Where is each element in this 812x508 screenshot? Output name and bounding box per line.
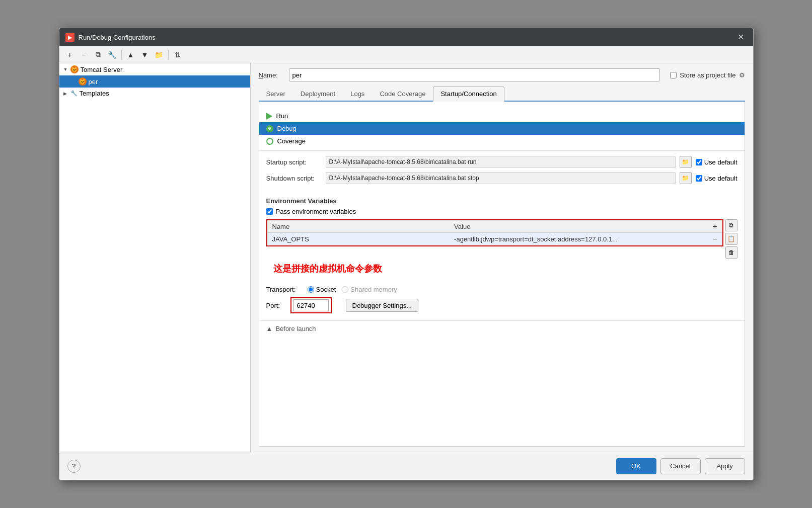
templates-label: Templates (80, 90, 109, 97)
startup-script-label: Startup script: (266, 158, 322, 166)
move-up-button[interactable]: ▲ (124, 48, 137, 61)
shared-memory-label: Shared memory (350, 286, 397, 293)
startup-use-default-label: Use default (704, 158, 737, 166)
mode-run-label: Run (276, 112, 288, 120)
tab-code-coverage[interactable]: Code Coverage (372, 87, 433, 101)
pass-env-label: Pass environment variables (276, 208, 356, 215)
debug-icon: ⚙ (266, 125, 273, 132)
mode-run[interactable]: Run (259, 110, 745, 122)
separator-1 (121, 50, 122, 60)
cancel-button[interactable]: Cancel (660, 458, 701, 474)
app-icon: ▶ (65, 33, 75, 42)
tab-logs[interactable]: Logs (343, 87, 372, 101)
shared-memory-radio[interactable] (342, 286, 348, 293)
before-launch-section[interactable]: ▲ Before launch (259, 320, 745, 336)
env-row-name: JAVA_OPTS (267, 233, 450, 245)
separator-2 (168, 50, 169, 60)
shutdown-use-default-checkbox[interactable] (696, 175, 702, 182)
settings-button[interactable]: 🔧 (106, 48, 119, 61)
name-input[interactable] (289, 68, 660, 81)
env-copy-button[interactable]: ⧉ (725, 219, 737, 231)
bottom-actions: OK Cancel Apply (616, 458, 745, 474)
dialog-title: Run/Debug Configurations (79, 34, 156, 41)
close-button[interactable]: ✕ (734, 32, 747, 42)
ok-button[interactable]: OK (616, 458, 656, 474)
help-button[interactable]: ? (67, 460, 81, 473)
tree-per-item[interactable]: 🐱 per (59, 75, 250, 88)
transport-section: Transport: Socket Shared memory Port: (259, 283, 745, 320)
chinese-annotation: 这是拼接的虚拟机命令参数 (266, 259, 737, 279)
toolbar: + − ⧉ 🔧 ▲ ▼ 📁 ⇅ (59, 46, 753, 63)
sidebar: ▼ 🐱 Tomcat Server 🐱 per ▶ 🔧 Templates (59, 63, 251, 452)
env-section: Environment Variables Pass environment v… (259, 193, 745, 283)
before-launch-label: Before launch (275, 325, 316, 332)
tomcat-icon: 🐱 (70, 65, 79, 73)
socket-radio[interactable] (308, 286, 314, 293)
env-table: Name Value + JAVA_OPTS (267, 220, 722, 245)
shutdown-use-default-label: Use default (704, 175, 737, 182)
tree-templates[interactable]: ▶ 🔧 Templates (59, 88, 250, 99)
tab-deployment[interactable]: Deployment (293, 87, 343, 101)
transport-label: Transport: (266, 286, 302, 293)
shutdown-use-default: Use default (696, 175, 737, 182)
table-row[interactable]: JAVA_OPTS -agentlib:jdwp=transport=dt_so… (267, 233, 722, 245)
env-table-container: Name Value + JAVA_OPTS (266, 219, 737, 259)
name-label: Name: (259, 71, 284, 79)
add-config-button[interactable]: + (63, 48, 77, 61)
env-title: Environment Variables (266, 197, 737, 205)
per-icon: 🐱 (79, 77, 87, 86)
store-project-checkbox[interactable] (670, 72, 677, 78)
tomcat-server-label: Tomcat Server (81, 66, 123, 73)
coverage-icon (266, 138, 273, 145)
port-row: Port: Debugger Settings... (266, 297, 737, 313)
shutdown-script-input[interactable] (326, 172, 676, 184)
tab-server[interactable]: Server (259, 87, 293, 101)
startup-script-input[interactable] (326, 156, 676, 168)
env-add-button[interactable]: + (713, 222, 717, 230)
remove-config-button[interactable]: − (78, 48, 91, 61)
env-paste-button[interactable]: 📋 (725, 233, 737, 245)
copy-config-button[interactable]: ⧉ (92, 48, 105, 61)
mode-coverage-label: Coverage (277, 137, 306, 145)
shutdown-script-row: Shutdown script: 📁 Use default (266, 172, 737, 184)
mode-coverage[interactable]: Coverage (259, 135, 745, 147)
shutdown-script-label: Shutdown script: (266, 175, 322, 182)
mode-list: Run ⚙ Debug Coverage (259, 107, 745, 150)
tree-tomcat-server[interactable]: ▼ 🐱 Tomcat Server (59, 63, 250, 75)
templates-arrow: ▶ (63, 91, 68, 96)
templates-icon: 🔧 (70, 90, 78, 97)
env-row-value: -agentlib:jdwp=transport=dt_socket,addre… (449, 233, 708, 245)
port-label: Port: (266, 302, 286, 309)
store-project-label: Store as project file (680, 71, 735, 79)
folder-button[interactable]: 📁 (153, 48, 166, 61)
env-name-col-header: Name (267, 220, 450, 233)
startup-use-default-checkbox[interactable] (696, 159, 702, 165)
mode-debug-label: Debug (277, 125, 297, 132)
apply-button[interactable]: Apply (705, 458, 745, 474)
env-row-action: − (708, 233, 722, 245)
port-input[interactable] (293, 299, 329, 311)
pass-env-checkbox[interactable] (266, 208, 273, 215)
expand-arrow: ▼ (63, 67, 68, 72)
tab-startup-connection[interactable]: Startup/Connection (433, 87, 504, 102)
main-content: ▼ 🐱 Tomcat Server 🐱 per ▶ 🔧 Templates Na… (59, 63, 753, 452)
shutdown-folder-button[interactable]: 📁 (680, 172, 692, 184)
move-down-button[interactable]: ▼ (138, 48, 152, 61)
store-gear-icon[interactable]: ⚙ (739, 71, 745, 79)
env-delete-button[interactable]: 🗑 (725, 246, 737, 259)
startup-script-row: Startup script: 📁 Use default (266, 156, 737, 168)
collapse-before-launch-icon: ▲ (266, 325, 273, 332)
sort-button[interactable]: ⇅ (171, 48, 184, 61)
startup-use-default: Use default (696, 158, 737, 166)
debugger-settings-button[interactable]: Debugger Settings... (346, 299, 419, 312)
transport-row: Transport: Socket Shared memory (266, 286, 737, 293)
run-debug-dialog: ▶ Run/Debug Configurations ✕ + − ⧉ 🔧 ▲ ▼… (59, 28, 754, 480)
mode-debug[interactable]: ⚙ Debug (259, 122, 745, 135)
name-row: Name: Store as project file ⚙ (259, 68, 745, 81)
socket-option: Socket (308, 286, 336, 293)
env-row-remove-button[interactable]: − (713, 235, 717, 243)
startup-folder-button[interactable]: 📁 (680, 156, 692, 168)
store-project-section: Store as project file ⚙ (670, 71, 745, 79)
script-section: Startup script: 📁 Use default Shutdown s… (259, 150, 745, 193)
right-panel: Name: Store as project file ⚙ Server Dep… (251, 63, 753, 452)
